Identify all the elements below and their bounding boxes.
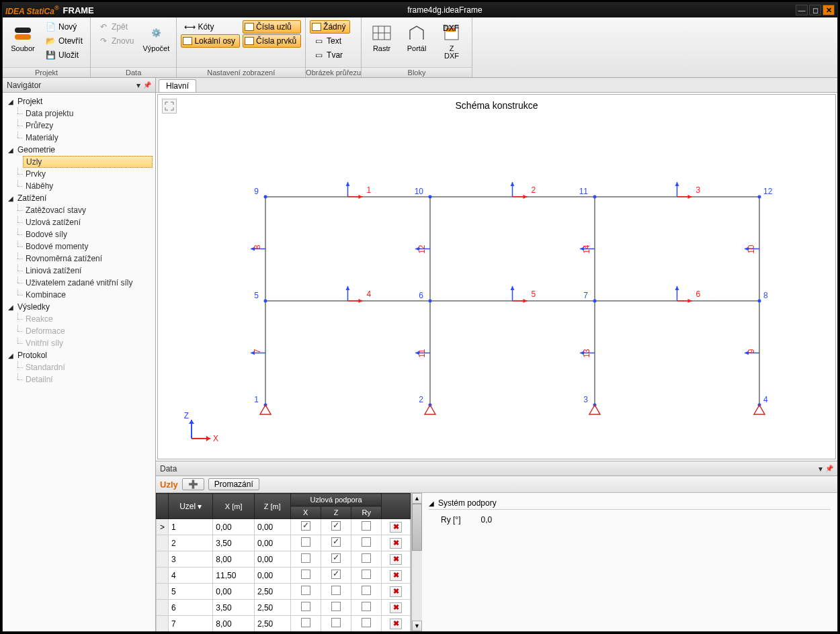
table-row[interactable]: 50,002,50✖ <box>157 584 411 600</box>
nav-item[interactable]: Detailní <box>3 373 155 386</box>
checkbox-z[interactable] <box>331 537 341 547</box>
table-row[interactable]: 78,002,50✖ <box>157 616 411 632</box>
nav-item[interactable]: Standardní <box>3 361 155 373</box>
nav-item[interactable]: Vnitřní síly <box>3 337 155 349</box>
lokalni-osy-button[interactable]: Lokální osy <box>181 34 240 48</box>
promazani-button[interactable]: Promazání <box>208 478 259 490</box>
table-row[interactable]: 23,500,00✖ <box>157 535 411 551</box>
table-row[interactable]: >10,000,00✖ <box>157 519 411 535</box>
delete-row-button[interactable]: ✖ <box>390 602 402 613</box>
pin-icon[interactable]: 📌 <box>143 81 151 89</box>
text-button[interactable]: ▭Text <box>310 34 350 48</box>
nav-item[interactable]: Uzlová zatížení <box>3 216 155 228</box>
nav-item[interactable]: Liniová zatížení <box>3 265 155 277</box>
delete-row-button[interactable]: ✖ <box>390 554 402 565</box>
checkbox-x[interactable] <box>301 586 310 595</box>
zpet-button[interactable]: ↶Zpět <box>95 20 137 34</box>
nodes-grid[interactable]: Uzel ▾ X [m] Z [m] Uzlová podpora X Z R <box>156 493 411 631</box>
checkbox-x[interactable] <box>301 521 310 531</box>
table-row[interactable]: 38,000,00✖ <box>157 551 411 568</box>
checkbox-ry[interactable] <box>362 537 371 547</box>
zadny-button[interactable]: Žádný <box>310 20 350 34</box>
checkbox-z[interactable] <box>331 586 341 595</box>
nav-item[interactable]: Reakce <box>3 313 155 325</box>
ulozit-button[interactable]: 💾Uložit <box>42 48 86 62</box>
otevrit-button[interactable]: 📂Otevřít <box>42 34 86 48</box>
vypocet-button[interactable]: ⚙️ Výpočet <box>140 20 172 54</box>
nav-group-protokol[interactable]: ◢Protokol <box>3 349 155 361</box>
viewport[interactable]: Schéma konstrukce 7811121314910456123123… <box>157 94 836 459</box>
checkbox-ry[interactable] <box>362 553 371 563</box>
portal-button[interactable]: Portál <box>401 20 433 54</box>
window-maximize-button[interactable]: ◻ <box>809 5 821 15</box>
checkbox-ry[interactable] <box>362 570 371 579</box>
checkbox-z[interactable] <box>331 521 341 531</box>
data-tab-uzly[interactable]: Uzly <box>160 480 178 490</box>
prop-ry-value[interactable]: 0,0 <box>480 515 492 525</box>
add-node-button[interactable]: ➕ <box>182 478 204 490</box>
zdxf-button[interactable]: DXFZ DXF <box>435 20 468 62</box>
nav-group-projekt[interactable]: ◢Projekt <box>3 95 155 107</box>
checkbox-z[interactable] <box>331 602 341 611</box>
checkbox-x[interactable] <box>301 618 310 627</box>
nav-item[interactable]: Zatěžovací stavy <box>3 204 155 216</box>
checkbox-z[interactable] <box>331 618 341 627</box>
checkbox-ry[interactable] <box>362 602 371 611</box>
nav-item[interactable]: Deformace <box>3 325 155 337</box>
nav-item[interactable]: Uživatelem zadané vnitřní síly <box>3 277 155 289</box>
nav-item[interactable]: Průřezy <box>3 120 155 132</box>
checkbox-x[interactable] <box>301 553 310 563</box>
checkbox-x[interactable] <box>301 602 310 611</box>
tab-hlavni[interactable]: Hlavní <box>159 79 196 92</box>
nav-item[interactable]: Data projektu <box>3 107 155 120</box>
cisla-prvku-button[interactable]: Čísla prvků <box>243 34 301 48</box>
tvar-button[interactable]: ▭Tvar <box>310 48 350 62</box>
checkbox-ry[interactable] <box>362 618 371 627</box>
cisla-uzlu-button[interactable]: Čísla uzlů <box>243 20 301 34</box>
svg-text:12: 12 <box>763 187 773 196</box>
koty-button[interactable]: ⟷Kóty <box>181 20 240 34</box>
nav-item[interactable]: Bodové síly <box>3 228 155 240</box>
svg-text:2: 2 <box>532 185 536 195</box>
window-minimize-button[interactable]: — <box>796 5 808 15</box>
svg-point-85 <box>264 300 267 303</box>
checkbox-z[interactable] <box>331 553 341 563</box>
nav-item[interactable]: Kombinace <box>3 289 155 301</box>
nav-item[interactable]: Náběhy <box>3 180 155 192</box>
dropdown-icon[interactable]: ▾ <box>818 464 823 473</box>
delete-row-button[interactable]: ✖ <box>390 522 402 533</box>
table-row[interactable]: 63,502,50✖ <box>157 600 411 616</box>
grid-scrollbar[interactable]: ▲ ▼ <box>411 493 422 631</box>
nav-group-vysledky[interactable]: ◢Výsledky <box>3 301 155 313</box>
nav-item[interactable]: Bodové momenty <box>3 240 155 253</box>
table-row[interactable]: 411,500,00✖ <box>157 568 411 584</box>
novy-button[interactable]: 📄Nový <box>42 20 86 34</box>
znovu-button[interactable]: ↷Znovu <box>95 34 137 48</box>
delete-row-button[interactable]: ✖ <box>390 586 402 597</box>
delete-row-button[interactable]: ✖ <box>390 619 402 629</box>
checkbox-ry[interactable] <box>362 521 371 531</box>
nav-item[interactable]: Materiály <box>3 132 155 144</box>
checkbox-x[interactable] <box>301 570 310 579</box>
navigator-tree[interactable]: ◢ProjektData projektuPrůřezyMateriály◢Ge… <box>3 93 155 631</box>
checkbox-z[interactable] <box>331 570 341 579</box>
dropdown-icon[interactable]: ▾ <box>136 81 140 90</box>
soubor-button[interactable]: Soubor <box>7 20 39 54</box>
delete-row-button[interactable]: ✖ <box>390 538 402 549</box>
nav-item[interactable]: Uzly <box>23 156 153 168</box>
nav-item[interactable]: Rovnoměrná zatížení <box>3 253 155 265</box>
scroll-down-icon[interactable]: ▼ <box>412 621 422 631</box>
rastr-button[interactable]: Rastr <box>366 20 398 54</box>
nav-group-zatizeni[interactable]: ◢Zatížení <box>3 192 155 204</box>
delete-row-button[interactable]: ✖ <box>390 570 402 581</box>
redo-icon: ↷ <box>98 36 109 46</box>
pin-icon[interactable]: 📌 <box>825 465 833 472</box>
checkbox-ry[interactable] <box>362 586 371 595</box>
scroll-up-icon[interactable]: ▲ <box>412 493 422 504</box>
checkbox-x[interactable] <box>301 537 310 547</box>
nav-group-geometrie[interactable]: ◢Geometrie <box>3 144 155 156</box>
filter-icon[interactable]: ▾ <box>198 502 202 511</box>
nav-item[interactable]: Prvky <box>3 168 155 180</box>
window-close-button[interactable]: ✕ <box>823 5 835 15</box>
collapse-icon[interactable]: ◢ <box>429 500 434 507</box>
